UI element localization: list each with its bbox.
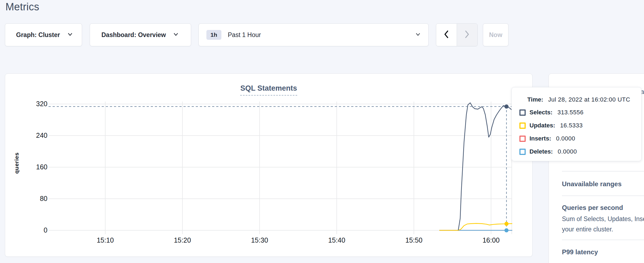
next-interval-button[interactable] [457,24,478,46]
tooltip-row-inserts: Inserts:0.0000 [519,135,637,142]
sql-statements-chart[interactable] [5,74,533,257]
hover-dot-deletes [504,228,508,233]
tooltip-row-label: Updates: [529,122,555,129]
chevron-down-icon [415,31,421,39]
chevron-right-icon [463,30,471,40]
chevron-down-icon [67,31,73,38]
series-line-selects [458,103,512,230]
sidebar-heading: Unavailable ranges [562,179,622,189]
tooltip-row-value: 0.0000 [558,148,577,155]
sidebar-description: Sum of Selects, Updates, Inserts and Dyo… [562,214,644,234]
tooltip-row-label: Selects: [529,109,552,116]
tooltip-time-label: Time: [527,96,543,103]
chevron-left-icon [443,30,450,40]
chart-hover-tooltip: Time: Jul 28, 2022 at 16:02:00 UTC Selec… [511,87,642,161]
hover-dot-selects [504,105,508,109]
sidebar-divider [562,171,644,172]
time-range-badge: 1h [206,30,221,40]
tooltip-row-selects: Selects:313.5556 [519,109,637,116]
x-tick-label: 15:40 [318,236,356,244]
series-swatch-icon [519,109,526,116]
x-tick-label: 15:20 [163,236,201,244]
y-tick-label: 160 [22,163,47,171]
series-swatch-icon [519,136,526,142]
tooltip-row-value: 0.0000 [556,135,575,142]
time-range-dropdown[interactable]: 1h Past 1 Hour [198,23,429,46]
x-tick-label: 15:10 [86,236,124,244]
graph-dropdown-label: Graph: Cluster [16,31,60,39]
x-tick-label: 16:00 [472,236,510,244]
sidebar-heading: P99 latency [562,247,598,257]
page-title: Metrics [5,1,39,13]
graph-dropdown[interactable]: Graph: Cluster [5,23,82,46]
y-tick-label: 320 [22,100,47,108]
series-line-updates [439,224,512,230]
metrics-page: { "page": { "title": "Metrics" }, "toolb… [0,0,644,263]
series-swatch-icon [519,123,526,129]
now-button[interactable]: Now [483,23,508,46]
y-tick-label: 0 [22,226,47,234]
time-range-label: Past 1 Hour [228,31,415,39]
tooltip-time-row: Time: Jul 28, 2022 at 16:02:00 UTC [519,96,637,103]
sql-statements-chart-card: SQL Statements queries 080160240320 15:1… [5,74,532,257]
tooltip-row-label: Deletes: [529,148,553,155]
tooltip-row-value: 313.5556 [557,109,583,116]
dashboard-dropdown-label: Dashboard: Overview [101,31,166,39]
tooltip-row-updates: Updates:16.5333 [519,122,637,129]
tooltip-row-deletes: Deletes:0.0000 [519,148,637,155]
tooltip-time-value: Jul 28, 2022 at 16:02:00 UTC [548,96,630,103]
y-tick-label: 240 [22,132,47,139]
time-pager [436,23,478,46]
sidebar-divider [562,195,644,196]
y-tick-label: 80 [22,195,47,203]
sidebar-heading: Queries per second [562,203,623,212]
chevron-down-icon [173,31,179,38]
x-tick-label: 15:50 [395,236,433,244]
dashboard-dropdown[interactable]: Dashboard: Overview [90,23,191,46]
now-button-label: Now [489,31,502,39]
tooltip-row-value: 16.5333 [560,122,583,129]
series-swatch-icon [519,149,526,155]
tooltip-row-label: Inserts: [529,135,551,142]
sidebar-divider [562,240,644,240]
x-tick-label: 15:30 [240,236,279,244]
previous-interval-button[interactable] [436,24,457,46]
hover-dot-updates [504,222,508,226]
